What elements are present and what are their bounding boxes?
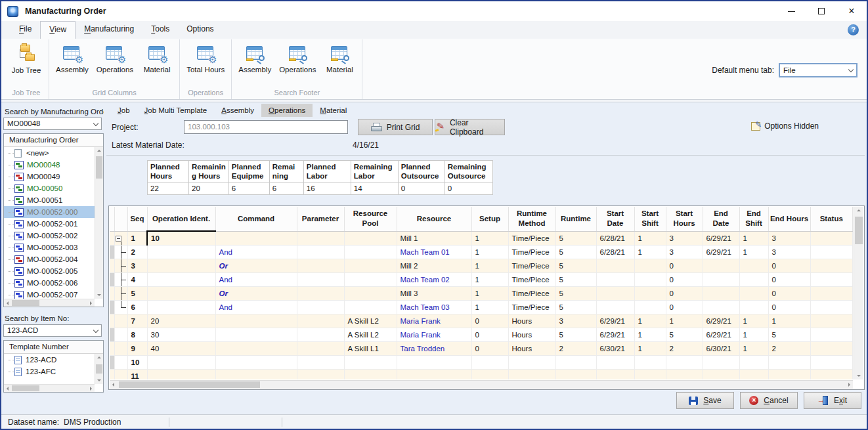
grid-cell-pool[interactable] [344, 259, 397, 272]
ribbon-button-grid-columns-operations[interactable]: ⚙Operations [95, 43, 135, 75]
grid-cell-res[interactable]: Mill 1 [397, 231, 471, 245]
grid-cell-rtime[interactable]: 5 [555, 272, 596, 286]
grid-cell-eshift[interactable] [739, 300, 768, 314]
grid-cell-setup[interactable]: 0 [471, 314, 508, 328]
grid-cell-status[interactable] [810, 314, 853, 328]
grid-cell-edate[interactable] [703, 286, 739, 300]
grid-cell-seq[interactable]: 8 [127, 328, 147, 341]
grid-cell-sdate[interactable]: 6/29/21 [596, 314, 634, 328]
grid-cell-ehours[interactable] [768, 369, 810, 379]
grid-cell-eshift[interactable]: 1 [739, 245, 768, 259]
mo-tree-item-mo-00052-003[interactable]: MO-00052-003 [4, 242, 95, 253]
grid-cell-status[interactable] [810, 272, 853, 286]
mo-tree-item-mo-00050[interactable]: MO-00050 [4, 183, 95, 194]
grid-cell-rmeth[interactable]: Hours [508, 341, 555, 355]
scroll-left-icon[interactable] [112, 383, 114, 387]
scroll-up-icon[interactable] [857, 209, 861, 211]
grid-cell-edate[interactable]: 6/29/21 [703, 328, 739, 341]
grid-cell-op[interactable] [147, 355, 215, 369]
template-tree-vscrollbar[interactable] [95, 354, 103, 384]
tab-material[interactable]: Material [313, 104, 354, 117]
grid-header-res[interactable]: Resource [397, 207, 471, 231]
grid-cell-cmd[interactable] [215, 328, 297, 341]
grid-cell-op[interactable]: 30 [147, 328, 215, 341]
grid-cell-status[interactable] [810, 369, 853, 379]
grid-cell-op[interactable] [147, 245, 215, 259]
mo-tree-item-mo-00052-000[interactable]: MO-00052-000 [4, 206, 95, 218]
grid-cell-rmeth[interactable]: Time/Piece [508, 259, 555, 272]
grid-cell-cmd[interactable]: Or [215, 286, 297, 300]
grid-cell-op[interactable]: 20 [147, 314, 215, 328]
tree-connector-cell[interactable] [114, 231, 127, 245]
grid-cell-pool[interactable] [344, 245, 397, 259]
grid-cell-op[interactable]: 40 [147, 341, 215, 355]
grid-cell-eshift[interactable] [739, 369, 768, 379]
grid-header-cmd[interactable]: Command [215, 207, 297, 231]
grid-cell-rmeth[interactable]: Time/Piece [508, 286, 555, 300]
menu-item-manufacturing[interactable]: Manufacturing [76, 21, 142, 39]
grid-cell-cmd[interactable] [215, 369, 297, 379]
mo-tree-item-mo-00052-005[interactable]: MO-00052-005 [4, 265, 95, 277]
mo-tree-item-mo-00052-001[interactable]: MO-00052-001 [4, 218, 95, 230]
grid-cell-rtime[interactable]: 2 [555, 341, 596, 355]
grid-cell-edate[interactable] [703, 259, 739, 272]
grid-cell-ehours[interactable]: 0 [768, 286, 810, 300]
mo-tree-item-mo-00052-006[interactable]: MO-00052-006 [4, 277, 95, 289]
exit-button[interactable]: →Exit [804, 392, 861, 409]
grid-cell-seq[interactable]: 10 [127, 355, 147, 369]
grid-cell-setup[interactable] [471, 369, 508, 379]
grid-cell-param[interactable] [297, 355, 344, 369]
grid-cell-cmd[interactable]: And [215, 272, 297, 286]
grid-cell-edate[interactable]: 6/29/21 [703, 245, 739, 259]
grid-cell-res[interactable]: Maria Frank [397, 328, 471, 341]
grid-cell-setup[interactable]: 1 [471, 259, 508, 272]
template-tree-hscrollbar[interactable] [4, 384, 95, 392]
grid-cell-param[interactable] [297, 231, 344, 245]
grid-cell-cmd[interactable] [215, 355, 297, 369]
grid-cell-rmeth[interactable]: Time/Piece [508, 231, 555, 245]
grid-cell-eshift[interactable]: 1 [739, 341, 768, 355]
grid-cell-edate[interactable] [703, 272, 739, 286]
grid-cell-eshift[interactable]: 1 [739, 328, 768, 341]
grid-cell-edate[interactable] [703, 300, 739, 314]
grid-cell-status[interactable] [810, 259, 853, 272]
grid-cell-sdate[interactable] [596, 355, 634, 369]
grid-cell-param[interactable] [297, 300, 344, 314]
grid-cell-rmeth[interactable] [508, 355, 555, 369]
grid-cell-setup[interactable] [471, 355, 508, 369]
grid-cell-shours[interactable]: 1 [666, 314, 703, 328]
grid-cell-rtime[interactable]: 5 [555, 259, 596, 272]
grid-cell-res[interactable]: Mill 2 [397, 259, 471, 272]
grid-header-pool[interactable]: Resource Pool [344, 207, 397, 231]
grid-cell-rmeth[interactable]: Time/Piece [508, 245, 555, 259]
grid-cell-eshift[interactable] [739, 355, 768, 369]
grid-cell-sshift[interactable]: 1 [634, 328, 666, 341]
grid-cell-setup[interactable]: 1 [471, 272, 508, 286]
mo-tree-hscrollbar[interactable] [4, 299, 95, 307]
grid-cell-seq[interactable]: 2 [127, 245, 147, 259]
grid-cell-shours[interactable] [666, 355, 703, 369]
grid-cell-sdate[interactable] [596, 272, 634, 286]
mo-tree-item-new[interactable]: <new> [4, 147, 95, 159]
grid-cell-status[interactable] [810, 300, 853, 314]
grid-cell-status[interactable] [810, 355, 853, 369]
ribbon-button-search-footer-material[interactable]: Material [322, 43, 357, 75]
grid-cell-status[interactable] [810, 245, 853, 259]
template-tree-item-123-acd[interactable]: 123-ACD [4, 354, 95, 366]
grid-cell-sshift[interactable]: 1 [634, 245, 666, 259]
grid-cell-edate[interactable]: 6/29/21 [703, 314, 739, 328]
grid-cell-pool[interactable] [344, 355, 397, 369]
tab-operations[interactable]: Operations [261, 104, 313, 117]
grid-cell-rtime[interactable]: 5 [555, 328, 596, 341]
grid-cell-shours[interactable]: 0 [666, 286, 703, 300]
grid-cell-shours[interactable]: 0 [666, 259, 703, 272]
grid-cell-sshift[interactable] [634, 369, 666, 379]
grid-cell-param[interactable] [297, 341, 344, 355]
ribbon-button-search-footer-assembly[interactable]: Assembly [236, 43, 273, 75]
scroll-left-icon[interactable] [7, 301, 9, 305]
grid-cell-param[interactable] [297, 369, 344, 379]
grid-cell-ehours[interactable]: 0 [768, 300, 810, 314]
grid-cell-param[interactable] [297, 245, 344, 259]
grid-cell-pool[interactable] [344, 231, 397, 245]
grid-header-setup[interactable]: Setup [471, 207, 508, 231]
